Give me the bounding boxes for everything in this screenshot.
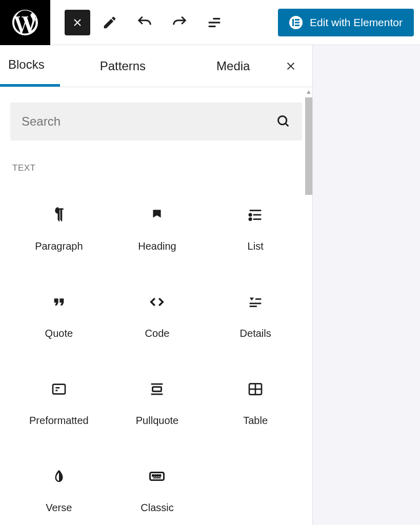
svg-point-14	[249, 213, 251, 215]
elementor-icon	[289, 16, 303, 29]
block-label: Heading	[138, 240, 176, 252]
scrollbar-thumb[interactable]	[305, 97, 312, 195]
toggle-inserter-button[interactable]	[65, 10, 90, 35]
inserter-scroll-area: TEXT Paragraph Heading	[0, 87, 312, 525]
tab-media[interactable]: Media	[201, 45, 265, 87]
block-label: Details	[240, 328, 271, 339]
tools-button[interactable]	[94, 7, 125, 38]
list-icon	[246, 206, 265, 224]
block-item-quote[interactable]: Quote	[12, 275, 106, 357]
block-label: Classic	[141, 502, 173, 514]
quote-icon	[50, 293, 68, 311]
category-label-text: TEXT	[10, 163, 302, 173]
search-box	[10, 103, 302, 140]
undo-button[interactable]	[129, 7, 160, 38]
redo-icon	[171, 14, 188, 31]
svg-point-16	[249, 218, 251, 220]
editor-top-bar: Edit with Elementor	[0, 0, 420, 45]
block-item-classic[interactable]: Classic	[111, 449, 204, 525]
svg-point-33	[155, 475, 156, 476]
block-item-list[interactable]: List	[209, 188, 302, 270]
block-label: Paragraph	[35, 240, 83, 252]
pullquote-icon	[148, 380, 166, 398]
edit-with-elementor-button[interactable]: Edit with Elementor	[278, 9, 414, 36]
redo-button[interactable]	[164, 7, 195, 38]
block-item-table[interactable]: Table	[209, 362, 302, 444]
block-item-details[interactable]: Details	[209, 275, 302, 357]
svg-rect-7	[295, 22, 299, 23]
preformatted-icon	[50, 380, 68, 398]
inserter-tabs: Blocks Patterns Media	[0, 45, 312, 87]
block-label: Pullquote	[136, 415, 178, 427]
close-inserter-button[interactable]	[281, 56, 301, 76]
tab-blocks[interactable]: Blocks	[0, 45, 60, 87]
paragraph-icon	[50, 206, 68, 224]
svg-rect-5	[292, 19, 294, 26]
scrollbar[interactable]: ▲	[304, 87, 313, 525]
svg-rect-22	[53, 384, 65, 394]
main-area: Blocks Patterns Media ▲	[0, 45, 420, 525]
toolbar-section	[50, 7, 278, 38]
block-item-pullquote[interactable]: Pullquote	[111, 362, 204, 444]
verse-icon	[50, 467, 68, 486]
svg-point-11	[278, 116, 287, 125]
block-label: Code	[145, 328, 170, 339]
svg-point-34	[157, 475, 158, 476]
svg-marker-18	[250, 297, 254, 300]
heading-icon	[148, 206, 166, 224]
elementor-button-label: Edit with Elementor	[310, 16, 403, 29]
block-item-verse[interactable]: Verse	[12, 449, 106, 525]
block-label: Table	[243, 415, 268, 427]
block-item-preformatted[interactable]: Preformatted	[12, 362, 106, 444]
table-icon	[246, 380, 265, 398]
close-icon	[285, 60, 296, 72]
block-label: Quote	[45, 328, 73, 339]
wordpress-logo-button[interactable]	[0, 0, 50, 45]
svg-rect-6	[295, 19, 299, 21]
search-icon	[276, 114, 291, 129]
block-label: Preformatted	[29, 415, 89, 427]
block-item-heading[interactable]: Heading	[111, 188, 204, 270]
classic-icon	[148, 467, 166, 486]
svg-rect-8	[295, 25, 299, 26]
block-item-paragraph[interactable]: Paragraph	[12, 188, 106, 270]
svg-line-12	[286, 124, 289, 127]
block-label: Verse	[46, 502, 72, 514]
editor-canvas[interactable]	[313, 45, 420, 525]
svg-point-32	[153, 475, 154, 476]
wordpress-icon	[10, 7, 41, 38]
block-item-code[interactable]: Code	[111, 275, 204, 357]
svg-point-35	[159, 475, 161, 476]
blocks-grid: Paragraph Heading List	[10, 188, 302, 525]
svg-rect-26	[153, 387, 162, 391]
block-inserter-panel: Blocks Patterns Media ▲	[0, 45, 313, 525]
scroll-up-arrow: ▲	[306, 88, 312, 95]
list-view-icon	[207, 15, 222, 30]
block-label: List	[248, 240, 264, 252]
details-icon	[246, 293, 265, 311]
undo-icon	[136, 14, 153, 31]
document-overview-button[interactable]	[199, 7, 230, 38]
edit-icon	[102, 15, 117, 30]
code-icon	[148, 293, 166, 311]
search-input[interactable]	[22, 114, 276, 129]
close-icon	[71, 16, 84, 29]
tab-patterns[interactable]: Patterns	[85, 45, 161, 87]
